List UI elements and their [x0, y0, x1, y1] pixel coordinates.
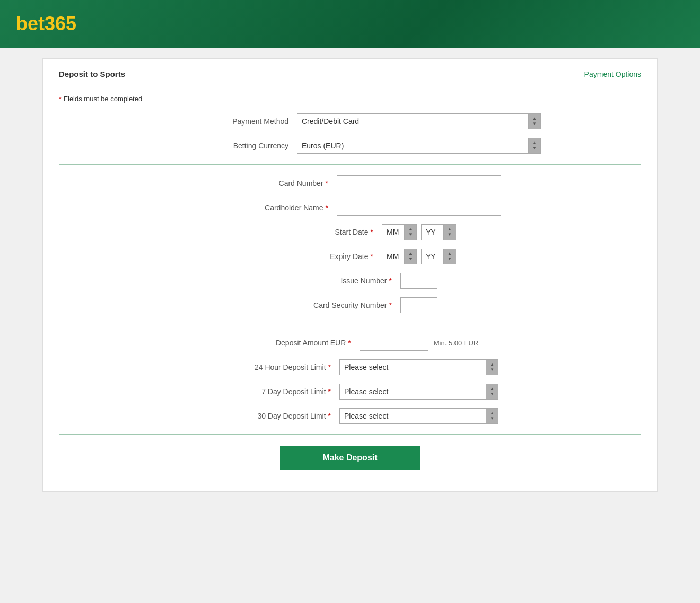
deposit-min-note: Min. 5.00 EUR	[434, 339, 479, 347]
start-date-mm-select[interactable]: MM	[382, 224, 417, 240]
page-title: Deposit to Sports	[59, 69, 125, 78]
req-asterisk: *	[328, 387, 331, 396]
logo-bet: bet	[16, 13, 45, 34]
req-asterisk: *	[326, 203, 328, 212]
req-asterisk: *	[328, 412, 331, 420]
payment-section: Payment Method Credit/Debit Card Betting…	[59, 113, 641, 154]
deposit-amount-label: Deposit Amount EUR*	[222, 339, 360, 347]
deposit-30day-select[interactable]: Please select	[339, 408, 498, 424]
asterisk-icon: *	[59, 95, 62, 103]
start-date-mm-wrapper: MM	[382, 224, 417, 240]
req-asterisk: *	[371, 252, 373, 261]
betting-currency-select-wrapper: Euros (EUR)	[297, 138, 541, 154]
expiry-date-mm-wrapper: MM	[382, 249, 417, 264]
expiry-date-yy-select[interactable]: YY	[421, 249, 456, 264]
payment-options-link[interactable]: Payment Options	[584, 70, 641, 78]
logo: bet365	[16, 13, 76, 35]
req-asterisk: *	[326, 179, 328, 188]
start-date-yy-select[interactable]: YY	[421, 224, 456, 240]
top-bar: Deposit to Sports Payment Options	[59, 69, 641, 86]
issue-number-row: Issue Number*	[59, 273, 641, 289]
expiry-date-label: Expiry Date*	[244, 252, 382, 261]
deposit-amount-row: Deposit Amount EUR* Min. 5.00 EUR	[59, 335, 641, 351]
header: bet365	[0, 0, 700, 48]
expiry-date-group: MM YY	[382, 249, 456, 264]
required-note: *Fields must be completed	[59, 95, 641, 103]
card-security-row: Card Security Number*	[59, 297, 641, 313]
deposit-24hr-select[interactable]: Please select	[339, 359, 498, 375]
cardholder-name-label: Cardholder Name*	[199, 203, 337, 212]
deposit-amount-input[interactable]	[360, 335, 428, 351]
cardholder-name-row: Cardholder Name*	[59, 200, 641, 216]
betting-currency-select[interactable]: Euros (EUR)	[297, 138, 541, 154]
divider-2	[59, 324, 641, 324]
issue-number-label: Issue Number*	[262, 277, 400, 285]
logo-365: 365	[45, 13, 76, 34]
req-asterisk: *	[328, 363, 331, 371]
deposit-7day-select-wrapper: Please select	[339, 384, 498, 400]
payment-method-label: Payment Method	[159, 117, 297, 126]
card-number-input[interactable]	[337, 175, 501, 191]
deposit-section: Deposit Amount EUR* Min. 5.00 EUR 24 Hou…	[59, 335, 641, 424]
betting-currency-label: Betting Currency	[159, 141, 297, 150]
deposit-24hr-select-wrapper: Please select	[339, 359, 498, 375]
card-details-section: Card Number* Cardholder Name* Start Date…	[59, 175, 641, 313]
deposit-24hr-label: 24 Hour Deposit Limit*	[202, 363, 339, 371]
start-date-row: Start Date* MM YY	[59, 224, 641, 240]
req-asterisk: *	[348, 339, 351, 347]
card-security-input[interactable]	[400, 297, 438, 313]
card-security-label: Card Security Number*	[262, 301, 400, 309]
deposit-7day-label: 7 Day Deposit Limit*	[202, 387, 339, 396]
issue-number-input[interactable]	[400, 273, 438, 289]
start-date-label: Start Date*	[244, 228, 382, 236]
start-date-yy-wrapper: YY	[421, 224, 456, 240]
cardholder-name-input[interactable]	[337, 200, 501, 216]
card-number-row: Card Number*	[59, 175, 641, 191]
deposit-30day-label: 30 Day Deposit Limit*	[202, 412, 339, 420]
betting-currency-row: Betting Currency Euros (EUR)	[59, 138, 641, 154]
card-number-label: Card Number*	[199, 179, 337, 188]
expiry-date-mm-select[interactable]: MM	[382, 249, 417, 264]
make-deposit-button[interactable]: Make Deposit	[280, 446, 419, 470]
expiry-date-row: Expiry Date* MM YY	[59, 249, 641, 264]
deposit-7day-row: 7 Day Deposit Limit* Please select	[59, 384, 641, 400]
divider-3	[59, 434, 641, 435]
deposit-30day-select-wrapper: Please select	[339, 408, 498, 424]
deposit-30day-row: 30 Day Deposit Limit* Please select	[59, 408, 641, 424]
payment-method-select[interactable]: Credit/Debit Card	[297, 113, 541, 129]
req-asterisk: *	[389, 301, 392, 309]
deposit-7day-select[interactable]: Please select	[339, 384, 498, 400]
payment-method-select-wrapper: Credit/Debit Card	[297, 113, 541, 129]
payment-method-row: Payment Method Credit/Debit Card	[59, 113, 641, 129]
req-asterisk: *	[371, 228, 373, 236]
start-date-group: MM YY	[382, 224, 456, 240]
main-container: Deposit to Sports Payment Options *Field…	[42, 58, 658, 492]
req-asterisk: *	[389, 277, 392, 285]
divider-1	[59, 164, 641, 165]
expiry-date-yy-wrapper: YY	[421, 249, 456, 264]
deposit-24hr-row: 24 Hour Deposit Limit* Please select	[59, 359, 641, 375]
